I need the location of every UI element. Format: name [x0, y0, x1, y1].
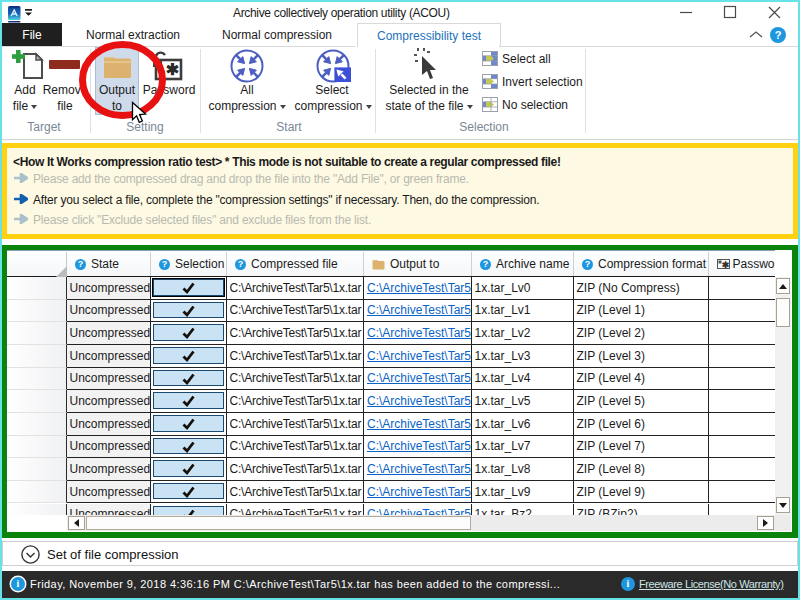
- svg-text:✱: ✱: [166, 61, 179, 78]
- svg-text:✱: ✱: [721, 260, 729, 270]
- svg-text:?: ?: [775, 29, 782, 41]
